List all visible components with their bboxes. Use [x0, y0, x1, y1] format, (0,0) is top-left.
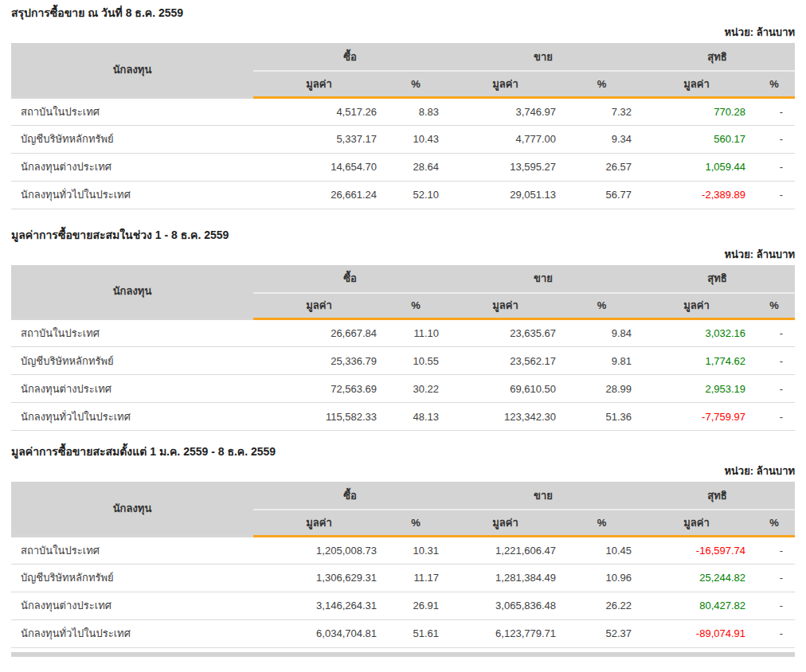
table-row: นักลงทุนต่างประเทศ3,146,264.3126.913,065…: [11, 592, 795, 619]
col-header-investor: นักลงทุน: [11, 265, 253, 319]
net-value-cell: 770.28: [640, 97, 753, 125]
buy-percent-cell: 11.17: [385, 564, 447, 592]
page: สรุปการซื้อขาย ณ วันที่ 8 ธ.ค. 2559 หน่ว…: [0, 0, 806, 672]
net-percent-cell: -: [753, 153, 795, 181]
investor-name-cell: บัญชีบริษัทหลักทรัพย์: [11, 564, 253, 592]
buy-percent-cell: 28.64: [385, 153, 447, 181]
sell-value-cell: 3,065,836.48: [447, 592, 564, 619]
col-header-buy: ซื้อ: [253, 482, 447, 510]
table-row: สถาบันในประเทศ4,517.268.833,746.977.3277…: [11, 97, 795, 125]
sell-value-cell: 3,746.97: [447, 97, 564, 125]
buy-value-cell: 14,654.70: [253, 153, 385, 181]
buy-percent-cell: 10.55: [385, 347, 447, 375]
col-subheader-buy-value: มูลค่า: [253, 510, 385, 536]
col-subheader-sell-value: มูลค่า: [447, 510, 564, 536]
buy-value-cell: 4,517.26: [253, 97, 385, 125]
table-body: สถาบันในประเทศ4,517.268.833,746.977.3277…: [11, 97, 795, 209]
col-subheader-sell-percent: %: [564, 71, 640, 97]
col-header-buy: ซื้อ: [253, 43, 447, 71]
col-subheader-sell-percent: %: [564, 293, 640, 319]
sell-value-cell: 4,777.00: [447, 125, 564, 153]
net-value-cell: 560.17: [640, 125, 753, 153]
buy-percent-cell: 30.22: [385, 375, 447, 403]
table-body: สถาบันในประเทศ26,667.8411.1023,635.679.8…: [11, 319, 795, 431]
col-subheader-net-percent: %: [753, 510, 795, 536]
net-value-cell: -16,597.74: [640, 536, 753, 564]
col-subheader-buy-percent: %: [385, 71, 447, 97]
table-body: สถาบันในประเทศ1,205,008.7310.311,221,606…: [11, 536, 795, 647]
unit-label: หน่วย: ล้านบาท: [11, 248, 795, 261]
table-row: สถาบันในประเทศ26,667.8411.1023,635.679.8…: [11, 319, 795, 347]
investor-name-cell: นักลงทุนต่างประเทศ: [11, 592, 253, 619]
col-subheader-net-value: มูลค่า: [640, 293, 753, 319]
buy-percent-cell: 52.10: [385, 181, 447, 209]
investor-name-cell: นักลงทุนทั่วไปในประเทศ: [11, 403, 253, 431]
table-row: นักลงทุนต่างประเทศ14,654.7028.6413,595.2…: [11, 153, 795, 181]
net-percent-cell: -: [753, 536, 795, 564]
col-header-investor: นักลงทุน: [11, 43, 253, 97]
table-row: นักลงทุนทั่วไปในประเทศ6,034,704.8151.616…: [11, 619, 795, 647]
sell-value-cell: 69,610.50: [447, 375, 564, 403]
investor-name-cell: บัญชีบริษัทหลักทรัพย์: [11, 347, 253, 375]
net-value-cell: 25,244.82: [640, 564, 753, 592]
buy-value-cell: 5,337.17: [253, 125, 385, 153]
sell-value-cell: 13,595.27: [447, 153, 564, 181]
section-title: มูลค่าการซื้อขายสะสมตั้งแต่ 1 ม.ค. 2559 …: [11, 431, 795, 459]
investor-trading-table: นักลงทุน ซื้อ ขาย สุทธิ มูลค่า % มูลค่า …: [11, 43, 795, 209]
net-value-cell: 3,032.16: [640, 319, 753, 347]
sell-percent-cell: 56.77: [564, 181, 640, 209]
buy-percent-cell: 51.61: [385, 619, 447, 647]
col-header-sell: ขาย: [447, 482, 640, 510]
sell-percent-cell: 9.84: [564, 319, 640, 347]
net-percent-cell: -: [753, 564, 795, 592]
net-value-cell: 80,427.82: [640, 592, 753, 619]
buy-value-cell: 115,582.33: [253, 403, 385, 431]
col-header-sell: ขาย: [447, 43, 640, 71]
net-percent-cell: -: [753, 375, 795, 403]
net-value-cell: -89,074.91: [640, 619, 753, 647]
table-row: นักลงทุนต่างประเทศ72,563.6930.2269,610.5…: [11, 375, 795, 403]
investor-name-cell: นักลงทุนทั่วไปในประเทศ: [11, 619, 253, 647]
net-value-cell: -2,389.89: [640, 181, 753, 209]
investor-trading-table: นักลงทุน ซื้อ ขาย สุทธิ มูลค่า % มูลค่า …: [11, 265, 795, 432]
sell-percent-cell: 10.45: [564, 536, 640, 564]
col-subheader-net-value: มูลค่า: [640, 510, 753, 536]
net-percent-cell: -: [753, 181, 795, 209]
header-group-row: นักลงทุน ซื้อ ขาย สุทธิ: [11, 265, 795, 293]
table-header: นักลงทุน ซื้อ ขาย สุทธิ มูลค่า % มูลค่า …: [11, 43, 795, 97]
next-table-header-partial: [11, 652, 795, 657]
table-row: สถาบันในประเทศ1,205,008.7310.311,221,606…: [11, 536, 795, 564]
col-header-buy: ซื้อ: [253, 265, 447, 293]
table-row: นักลงทุนทั่วไปในประเทศ115,582.3348.13123…: [11, 403, 795, 431]
investor-name-cell: สถาบันในประเทศ: [11, 97, 253, 125]
buy-percent-cell: 26.91: [385, 592, 447, 619]
table-header: นักลงทุน ซื้อ ขาย สุทธิ มูลค่า % มูลค่า …: [11, 482, 795, 536]
net-percent-cell: -: [753, 619, 795, 647]
investor-name-cell: บัญชีบริษัทหลักทรัพย์: [11, 125, 253, 153]
sell-percent-cell: 10.96: [564, 564, 640, 592]
buy-value-cell: 6,034,704.81: [253, 619, 385, 647]
buy-value-cell: 1,205,008.73: [253, 536, 385, 564]
buy-percent-cell: 8.83: [385, 97, 447, 125]
sell-value-cell: 29,051.13: [447, 181, 564, 209]
col-header-investor: นักลงทุน: [11, 482, 253, 536]
buy-value-cell: 26,667.84: [253, 319, 385, 347]
investor-name-cell: นักลงทุนต่างประเทศ: [11, 153, 253, 181]
investor-name-cell: สถาบันในประเทศ: [11, 319, 253, 347]
investor-trading-table: นักลงทุน ซื้อ ขาย สุทธิ มูลค่า % มูลค่า …: [11, 482, 795, 648]
table-row: บัญชีบริษัทหลักทรัพย์25,336.7910.5523,56…: [11, 347, 795, 375]
col-subheader-buy-percent: %: [385, 510, 447, 536]
table-row: บัญชีบริษัทหลักทรัพย์1,306,629.3111.171,…: [11, 564, 795, 592]
col-subheader-sell-value: มูลค่า: [447, 293, 564, 319]
sell-value-cell: 123,342.30: [447, 403, 564, 431]
buy-value-cell: 1,306,629.31: [253, 564, 385, 592]
section-title: มูลค่าการซื้อขายสะสมในช่วง 1 - 8 ธ.ค. 25…: [11, 209, 795, 242]
sell-percent-cell: 52.37: [564, 619, 640, 647]
buy-value-cell: 25,336.79: [253, 347, 385, 375]
section-title: สรุปการซื้อขาย ณ วันที่ 8 ธ.ค. 2559: [11, 0, 795, 20]
daily-trading-summary-section: สรุปการซื้อขาย ณ วันที่ 8 ธ.ค. 2559 หน่ว…: [11, 0, 795, 209]
sell-percent-cell: 51.36: [564, 403, 640, 431]
buy-value-cell: 3,146,264.31: [253, 592, 385, 619]
sell-value-cell: 23,562.17: [447, 347, 564, 375]
table-header: นักลงทุน ซื้อ ขาย สุทธิ มูลค่า % มูลค่า …: [11, 265, 795, 319]
